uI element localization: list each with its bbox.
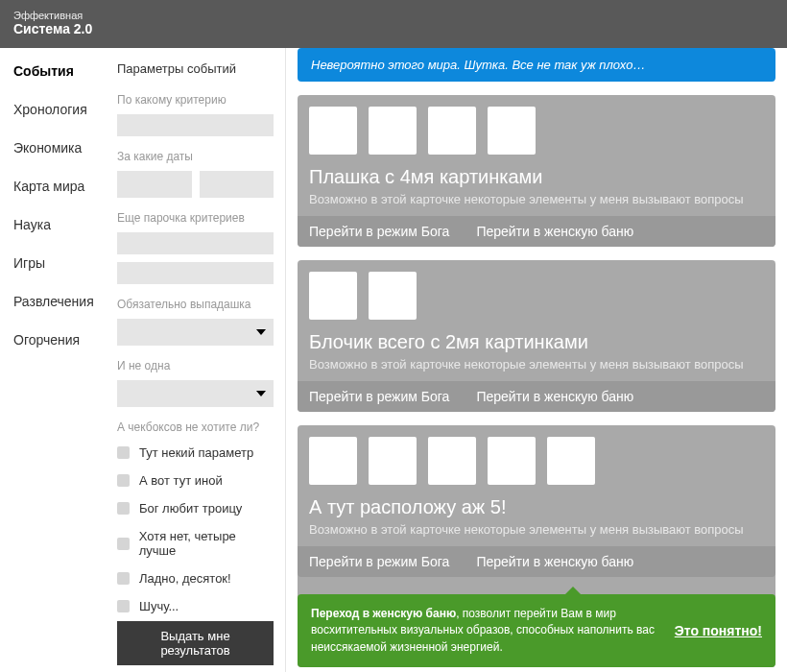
thumbnail[interactable] <box>369 437 417 485</box>
extra-input-2[interactable] <box>117 262 274 284</box>
content-area[interactable]: Невероятно этого мира. Шутка. Все не так… <box>286 48 787 672</box>
more-criteria-label: Еще парочка критериев <box>117 211 274 225</box>
tooltip-panel: Переход в женскую баню, позволит перейти… <box>298 594 775 667</box>
checkbox-icon <box>117 502 130 515</box>
nav-item-sadness[interactable]: Огорчения <box>13 332 100 348</box>
nav-item-events[interactable]: События <box>13 63 100 79</box>
thumbnail[interactable] <box>309 272 357 320</box>
god-mode-link[interactable]: Перейти в режим Бога <box>309 389 449 404</box>
thumbnail[interactable] <box>488 437 536 485</box>
checkbox-6[interactable]: Шучу... <box>117 599 274 613</box>
checkbox-label: А вот тут иной <box>139 473 223 488</box>
checkbox-label: Шучу... <box>139 599 179 613</box>
checkbox-label: Бог любит троицу <box>139 501 242 516</box>
nav-item-chronology[interactable]: Хронология <box>13 102 100 117</box>
checkbox-icon <box>117 446 130 459</box>
extra-input-1[interactable] <box>117 232 274 254</box>
brand-title: Система 2.0 <box>13 21 774 36</box>
brand-subtitle: Эффективная <box>13 10 774 21</box>
nav-item-economy[interactable]: Экономика <box>13 140 100 156</box>
checkbox-icon <box>117 600 130 612</box>
bathhouse-link[interactable]: Перейти в женскую баню <box>476 389 633 404</box>
thumbnail[interactable] <box>309 107 357 155</box>
card-description: Возможно в этой карточке некоторые элеме… <box>309 522 764 537</box>
checkbox-5[interactable]: Ладно, десяток! <box>117 571 274 586</box>
dates-label: За какие даты <box>117 150 274 163</box>
dropdown1-label: Обязательно выпадашка <box>117 298 274 311</box>
card-title: А тут расположу аж 5! <box>309 496 764 518</box>
thumbnail[interactable] <box>428 437 476 485</box>
criterion-label: По какому критерию <box>117 93 274 107</box>
checkbox-label: Ладно, десяток! <box>139 571 231 586</box>
nav-item-science[interactable]: Наука <box>13 217 100 232</box>
checkbox-1[interactable]: Тут некий параметр <box>117 445 274 460</box>
card-3: А тут расположу аж 5! Возможно в этой ка… <box>298 425 775 667</box>
checkbox-3[interactable]: Бог любит троицу <box>117 501 274 516</box>
thumbnail[interactable] <box>309 437 357 485</box>
date-to-input[interactable] <box>200 171 274 198</box>
checkbox-icon <box>117 474 130 487</box>
god-mode-link[interactable]: Перейти в режим Бога <box>309 224 449 239</box>
checkbox-2[interactable]: А вот тут иной <box>117 473 274 488</box>
nav-item-worldmap[interactable]: Карта мира <box>13 179 100 194</box>
date-from-input[interactable] <box>117 171 192 198</box>
thumbnail[interactable] <box>369 272 417 320</box>
bathhouse-link[interactable]: Перейти в женскую баню <box>476 224 633 239</box>
sidebar-nav: События Хронология Экономика Карта мира … <box>0 48 111 672</box>
checkbox-label: Тут некий параметр <box>139 445 253 460</box>
thumbnail[interactable] <box>547 437 595 485</box>
god-mode-link[interactable]: Перейти в режим Бога <box>309 554 449 569</box>
checkbox-icon <box>117 572 130 585</box>
filters-panel: Параметры событий По какому критерию За … <box>111 48 286 672</box>
checkboxes-label: А чекбоксов не хотите ли? <box>117 420 274 434</box>
criterion-input[interactable] <box>117 114 274 136</box>
dropdown2-label: И не одна <box>117 359 274 372</box>
card-1: Плашка с 4мя картинками Возможно в этой … <box>298 95 775 247</box>
info-banner: Невероятно этого мира. Шутка. Все не так… <box>298 48 775 82</box>
card-description: Возможно в этой карточке некоторые элеме… <box>309 357 764 372</box>
checkbox-label: Хотя нет, четыре лучше <box>139 529 274 558</box>
thumbnail[interactable] <box>369 107 417 155</box>
card-title: Блочик всего с 2мя картинками <box>309 331 764 353</box>
submit-button[interactable]: Выдать мне результатов <box>117 621 274 665</box>
checkbox-4[interactable]: Хотя нет, четыре лучше <box>117 529 274 558</box>
tooltip-ok-button[interactable]: Это понятно! <box>675 623 762 638</box>
card-2: Блочик всего с 2мя картинками Возможно в… <box>298 260 775 412</box>
tooltip-text: Переход в женскую баню, позволит перейти… <box>311 606 659 656</box>
info-banner-text: Невероятно этого мира. Шутка. Все не так… <box>311 58 762 72</box>
checkbox-icon <box>117 538 130 550</box>
thumbnail[interactable] <box>488 107 536 155</box>
dropdown-2[interactable] <box>117 380 274 407</box>
bathhouse-link[interactable]: Перейти в женскую баню <box>476 554 633 569</box>
header: Эффективная Система 2.0 <box>0 0 787 48</box>
dropdown-1[interactable] <box>117 319 274 346</box>
nav-item-entertainment[interactable]: Развлечения <box>13 294 100 309</box>
filters-heading: Параметры событий <box>117 61 274 76</box>
card-description: Возможно в этой карточке некоторые элеме… <box>309 192 764 206</box>
nav-item-games[interactable]: Игры <box>13 255 100 271</box>
card-title: Плашка с 4мя картинками <box>309 166 764 188</box>
thumbnail[interactable] <box>428 107 476 155</box>
